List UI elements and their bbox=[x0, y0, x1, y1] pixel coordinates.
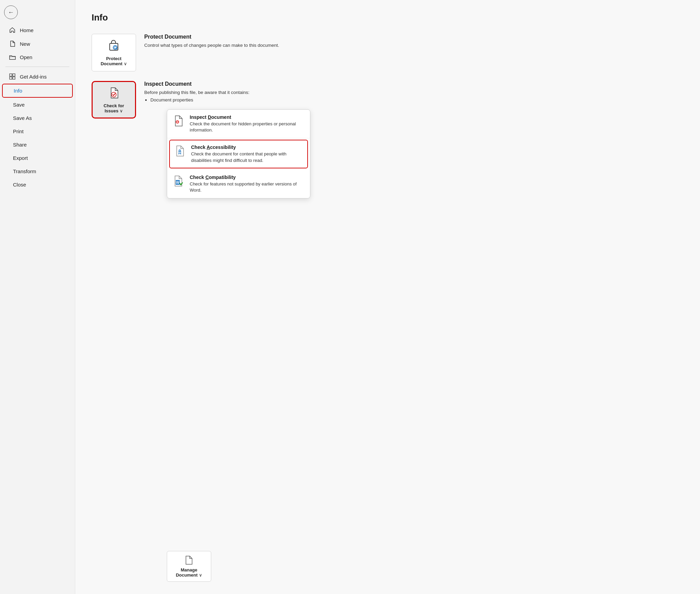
sidebar-divider bbox=[5, 67, 69, 67]
sidebar-item-export-label: Export bbox=[13, 155, 28, 161]
protect-document-desc: Protect Document Control what types of c… bbox=[144, 34, 684, 49]
inspect-bullet-1: Document properties bbox=[150, 97, 684, 102]
sidebar-item-transform-label: Transform bbox=[13, 168, 36, 174]
check-compatibility-icon: W bbox=[173, 175, 185, 187]
svg-rect-2 bbox=[10, 77, 12, 79]
manage-document-row: ManageDocument ∨ bbox=[167, 551, 211, 582]
sidebar-item-info[interactable]: Info bbox=[2, 84, 73, 98]
inspect-document-bullets: Document properties bbox=[150, 97, 684, 102]
sidebar-item-share[interactable]: Share bbox=[2, 138, 73, 151]
info-section: ProtectDocument ∨ Protect Document Contr… bbox=[92, 34, 684, 119]
inspect-document-title: Inspect Document bbox=[144, 81, 684, 87]
inspect-document-icon bbox=[173, 115, 185, 127]
sidebar-item-save-as[interactable]: Save As bbox=[2, 112, 73, 124]
sidebar-item-home-label: Home bbox=[20, 27, 33, 33]
sidebar-item-open[interactable]: Open bbox=[2, 51, 73, 64]
manage-document-card-label: ManageDocument ∨ bbox=[176, 567, 202, 578]
inspect-document-dropdown-text: Inspect Document Check the document for … bbox=[190, 114, 305, 133]
main-content: Info ProtectDocument ∨ Protect Document bbox=[75, 0, 700, 594]
svg-text:W: W bbox=[176, 181, 179, 184]
manage-document-card[interactable]: ManageDocument ∨ bbox=[167, 551, 211, 582]
inspect-document-dropdown-desc: Check the document for hidden properties… bbox=[190, 121, 305, 133]
svg-rect-3 bbox=[13, 77, 15, 79]
sidebar-item-save-as-label: Save As bbox=[13, 115, 32, 121]
dropdown-inspect-document[interactable]: Inspect Document Check the document for … bbox=[167, 110, 310, 138]
sidebar-item-transform[interactable]: Transform bbox=[2, 165, 73, 178]
protect-document-card[interactable]: ProtectDocument ∨ bbox=[92, 34, 136, 71]
sidebar-item-home[interactable]: Home bbox=[2, 24, 73, 37]
protect-document-icon bbox=[108, 39, 120, 54]
sidebar-item-new-label: New bbox=[20, 41, 30, 47]
page-title: Info bbox=[92, 12, 684, 23]
check-for-issues-card[interactable]: Check forIssues ∨ bbox=[92, 81, 136, 119]
home-icon bbox=[9, 27, 16, 33]
check-accessibility-dropdown-desc: Check the document for content that peop… bbox=[191, 151, 303, 163]
back-button[interactable]: ← bbox=[4, 5, 18, 19]
protect-document-description: Control what types of changes people can… bbox=[144, 42, 684, 49]
inspect-document-dropdown-title: Inspect Document bbox=[190, 114, 305, 120]
check-for-issues-icon bbox=[108, 86, 120, 101]
check-compatibility-dropdown-desc: Check for features not supported by earl… bbox=[190, 181, 305, 193]
sidebar-item-new[interactable]: New bbox=[2, 37, 73, 50]
check-compatibility-dropdown-text: Check Compatibility Check for features n… bbox=[190, 175, 305, 193]
protect-document-row: ProtectDocument ∨ Protect Document Contr… bbox=[92, 34, 684, 71]
sidebar-item-print[interactable]: Print bbox=[2, 125, 73, 138]
sidebar-item-close[interactable]: Close bbox=[2, 178, 73, 191]
dropdown-check-compatibility[interactable]: W Check Compatibility Check for features… bbox=[167, 170, 310, 198]
svg-rect-1 bbox=[13, 74, 15, 76]
protect-document-card-label: ProtectDocument ∨ bbox=[100, 56, 127, 66]
check-accessibility-icon bbox=[174, 145, 186, 157]
addins-icon bbox=[9, 73, 16, 80]
open-folder-icon bbox=[9, 55, 16, 60]
new-doc-icon bbox=[9, 41, 16, 47]
sidebar-item-addins-label: Get Add-ins bbox=[20, 74, 46, 80]
inspect-document-description: Before publishing this file, be aware th… bbox=[144, 89, 684, 96]
check-compatibility-dropdown-title: Check Compatibility bbox=[190, 175, 305, 180]
check-issues-dropdown: Inspect Document Check the document for … bbox=[167, 109, 310, 198]
protect-document-title: Protect Document bbox=[144, 34, 684, 40]
sidebar-item-save-label: Save bbox=[13, 102, 25, 108]
check-accessibility-dropdown-title: Check Accessibility bbox=[191, 144, 303, 150]
check-for-issues-card-label: Check forIssues ∨ bbox=[104, 103, 124, 113]
manage-document-icon bbox=[184, 555, 194, 566]
sidebar-item-save[interactable]: Save bbox=[2, 98, 73, 111]
dropdown-check-accessibility[interactable]: Check Accessibility Check the document f… bbox=[169, 140, 308, 168]
sidebar-item-share-label: Share bbox=[13, 142, 27, 148]
sidebar: ← Home New Open bbox=[0, 0, 75, 594]
sidebar-item-close-label: Close bbox=[13, 182, 26, 188]
sidebar-item-info-label: Info bbox=[10, 88, 22, 94]
sidebar-item-print-label: Print bbox=[13, 128, 24, 134]
inspect-document-desc: Inspect Document Before publishing this … bbox=[144, 81, 684, 102]
sidebar-item-open-label: Open bbox=[20, 54, 32, 60]
sidebar-item-export[interactable]: Export bbox=[2, 152, 73, 164]
svg-rect-0 bbox=[10, 74, 12, 76]
sidebar-item-addins[interactable]: Get Add-ins bbox=[2, 70, 73, 83]
check-accessibility-dropdown-text: Check Accessibility Check the document f… bbox=[191, 144, 303, 163]
